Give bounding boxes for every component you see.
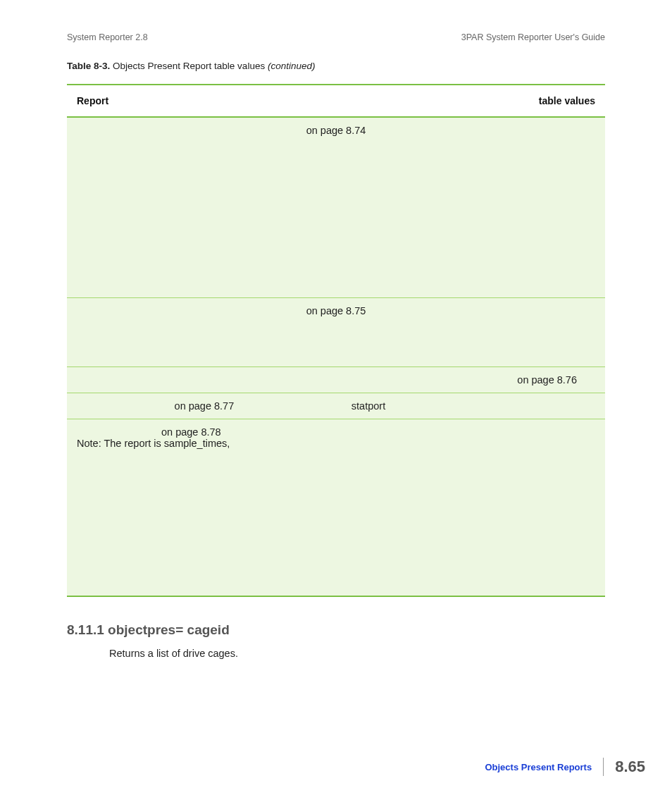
table-header-report: Report <box>67 85 342 117</box>
table-cell: on page 8.77 <box>67 393 342 419</box>
table-row: on page 8.75 <box>67 297 605 366</box>
table-cell: on page 8.75 <box>67 297 605 366</box>
table-caption: Table 8-3. Objects Present Report table … <box>67 61 605 71</box>
page-footer: Objects Present Reports 8.65 <box>485 758 645 776</box>
table-header-values: table values <box>342 85 605 117</box>
footer-section-label: Objects Present Reports <box>485 762 592 772</box>
header-right: 3PAR System Reporter User's Guide <box>461 32 605 42</box>
section-heading: 8.11.1 objectpres= cageid <box>67 622 605 638</box>
section-body: Returns a list of drive cages. <box>67 648 605 659</box>
header-left: System Reporter 2.8 <box>67 32 148 42</box>
table-cell: on page 8.78 Note: The report is sample_… <box>67 419 605 596</box>
table-cell-line2: Note: The report is sample_times, <box>77 438 230 449</box>
table-caption-suffix: (continued) <box>268 61 316 71</box>
table-cell: on page 8.76 <box>67 366 605 393</box>
table-caption-label: Table 8-3. <box>67 61 110 71</box>
table-cell: on page 8.74 <box>67 117 605 297</box>
footer-page-number: 8.65 <box>615 758 645 776</box>
objects-present-table: Report table values on page 8.74 on page… <box>67 84 605 597</box>
table-row: on page 8.76 <box>67 366 605 393</box>
table-header-row: Report table values <box>67 85 605 117</box>
table-cell-line1: on page 8.78 <box>77 426 595 438</box>
table-row: on page 8.78 Note: The report is sample_… <box>67 419 605 596</box>
table-cell: statport <box>342 393 605 419</box>
table-row: on page 8.77 statport <box>67 393 605 419</box>
table-caption-text: Objects Present Report table values <box>110 61 268 71</box>
table-row: on page 8.74 <box>67 117 605 297</box>
footer-divider <box>603 758 604 776</box>
